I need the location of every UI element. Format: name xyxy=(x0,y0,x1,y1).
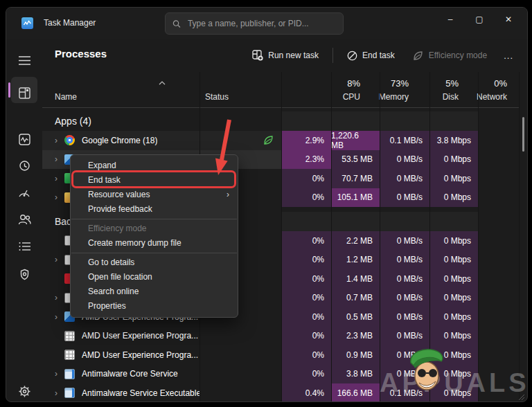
memory-value-cell: 2.2 MB xyxy=(331,231,380,251)
vertical-scrollbar[interactable] xyxy=(522,117,524,152)
context-menu-item-expand[interactable]: Expand xyxy=(71,159,238,173)
table-row[interactable]: AMD User Experience Progra...0%0.9 MB0 M… xyxy=(42,345,519,365)
sidebar-item-processes[interactable] xyxy=(6,80,42,106)
column-divider xyxy=(478,72,479,402)
network-value-cell: 0 Mbps xyxy=(429,231,478,251)
column-header-status[interactable]: Status xyxy=(205,92,229,102)
context-menu-item-go-to-details[interactable]: Go to details xyxy=(71,255,238,270)
memory-value-cell: 105.1 MB xyxy=(331,188,380,208)
cpu-value-cell: 2.9% xyxy=(281,131,331,150)
disk-value-cell: 0 MB/s xyxy=(380,251,429,270)
context-menu-item-properties[interactable]: Properties xyxy=(71,299,238,314)
memory-value-cell: 166.6 MB xyxy=(331,383,380,402)
settings-gear-icon xyxy=(19,386,30,397)
context-menu-item-efficiency-mode[interactable]: Efficiency mode xyxy=(71,221,238,236)
grid-white-app-icon xyxy=(64,350,75,360)
cpu-total-value: 8% xyxy=(317,78,360,89)
process-name-cell: ›Antimalware Core Service xyxy=(42,365,200,384)
sidebar-item-services[interactable] xyxy=(6,261,42,287)
more-options-button[interactable]: ... xyxy=(498,48,519,64)
sidebar-item-settings[interactable] xyxy=(6,378,42,402)
search-input[interactable] xyxy=(186,18,336,29)
run-new-task-label: Run new task xyxy=(268,51,319,60)
sidebar-item-app-history[interactable] xyxy=(6,152,42,179)
disk-value-cell: 0 MB/s xyxy=(380,327,429,346)
empty-cell xyxy=(478,327,519,346)
disk-value-cell: 0.1 MB/s xyxy=(380,383,429,402)
disk-value-cell: 0 MB/s xyxy=(380,231,429,251)
context-menu-item-resource-values[interactable]: Resource values› xyxy=(71,188,238,202)
context-menu-item-open-file-location[interactable]: Open file location xyxy=(71,270,238,284)
disk-value-cell: 0 MB/s xyxy=(380,269,429,289)
expand-chevron-icon[interactable]: › xyxy=(55,174,64,183)
cpu-value-cell: 0% xyxy=(281,169,331,188)
table-row[interactable]: ›Antimalware Core Service0%3.8 MB0 MB/s0… xyxy=(42,365,519,384)
disk-value-cell: 0 MB/s xyxy=(380,150,429,170)
titlebar: Task Manager – ▢ ✕ xyxy=(6,8,527,39)
sidebar-item-details[interactable] xyxy=(6,233,42,260)
toolbar-divider xyxy=(332,48,333,63)
menu-item-label: End task xyxy=(88,175,121,185)
memory-value-cell: 0.9 MB xyxy=(331,345,380,365)
column-header-memory[interactable]: Memory xyxy=(367,92,409,102)
minimize-button[interactable]: – xyxy=(436,8,465,31)
sort-ascending-icon xyxy=(159,78,166,87)
column-header-cpu[interactable]: CPU xyxy=(317,92,360,102)
maximize-button[interactable]: ▢ xyxy=(465,8,494,31)
column-header-name[interactable]: Name xyxy=(55,92,77,102)
column-divider xyxy=(331,72,332,402)
column-header-network[interactable]: Network xyxy=(466,92,507,102)
network-value-cell: 0 Mbps xyxy=(429,289,478,308)
column-header-disk[interactable]: Disk xyxy=(416,92,459,102)
resize-grip[interactable] xyxy=(517,391,525,399)
close-button[interactable]: ✕ xyxy=(494,8,523,31)
context-menu-item-end-task[interactable]: End task xyxy=(71,173,238,188)
cpu-value-cell: 0% xyxy=(281,307,331,327)
sidebar-item-users[interactable] xyxy=(6,206,42,233)
disk-value-cell: 0 MB/s xyxy=(380,307,429,327)
process-name: AMD User Experience Progra... xyxy=(82,331,198,341)
win-blue-app-icon xyxy=(64,388,75,398)
disk-value-cell: 0 MB/s xyxy=(380,169,429,188)
window-title: Task Manager xyxy=(44,18,96,28)
group-empty-cell xyxy=(478,111,519,131)
context-menu-item-provide-feedback[interactable]: Provide feedback xyxy=(71,202,238,217)
menu-item-label: Open file location xyxy=(88,272,152,282)
context-menu-item-create-memory-dump-file[interactable]: Create memory dump file xyxy=(71,236,238,251)
menu-item-label: Provide feedback xyxy=(88,204,152,214)
table-row[interactable]: AMD User Experience Progra...0%2.3 MB0 M… xyxy=(42,327,519,346)
expand-chevron-icon[interactable]: › xyxy=(55,388,64,398)
expand-chevron-icon[interactable]: › xyxy=(55,154,64,164)
table-row[interactable]: ›Google Chrome (18)2.9%1,220.6 MB0.1 MB/… xyxy=(42,131,519,150)
cpu-value-cell: 0% xyxy=(281,289,331,308)
expand-chevron-icon[interactable]: › xyxy=(55,293,64,302)
expand-chevron-icon[interactable]: › xyxy=(55,136,64,145)
column-divider xyxy=(281,72,282,402)
end-task-button[interactable]: End task xyxy=(340,46,402,65)
win-blue-app-icon xyxy=(64,369,75,379)
memory-value-cell: 1,220.6 MB xyxy=(331,131,380,150)
expand-chevron-icon[interactable]: › xyxy=(55,192,64,202)
hamburger-menu-button[interactable] xyxy=(6,47,42,73)
sidebar-item-performance[interactable] xyxy=(6,126,42,152)
sidebar-item-startup-apps[interactable] xyxy=(6,179,42,206)
context-menu: ExpandEnd taskResource values›Provide fe… xyxy=(70,154,238,318)
memory-value-cell: 0.5 MB xyxy=(331,307,380,327)
network-total-value: 0% xyxy=(466,78,507,89)
users-icon xyxy=(18,214,31,225)
memory-value-cell: 70.7 MB xyxy=(331,169,380,188)
search-box[interactable] xyxy=(165,12,344,35)
network-value-cell: 3.8 Mbps xyxy=(429,131,478,150)
expand-chevron-icon[interactable]: › xyxy=(55,255,64,264)
run-new-task-button[interactable]: Run new task xyxy=(245,46,326,65)
process-name: Google Chrome (18) xyxy=(82,136,157,145)
expand-chevron-icon[interactable]: › xyxy=(55,369,64,379)
empty-cell xyxy=(478,289,519,308)
network-value-cell: 0 Mbps xyxy=(429,307,478,327)
submenu-arrow-icon: › xyxy=(227,188,229,202)
expand-chevron-icon[interactable]: › xyxy=(55,312,64,322)
efficiency-mode-button[interactable]: Efficiency mode xyxy=(406,46,495,65)
context-menu-item-search-online[interactable]: Search online xyxy=(71,284,238,299)
group-header-row[interactable]: Apps (4) xyxy=(42,111,519,131)
table-row[interactable]: ›Antimalware Service Executable0.4%166.6… xyxy=(42,383,519,402)
